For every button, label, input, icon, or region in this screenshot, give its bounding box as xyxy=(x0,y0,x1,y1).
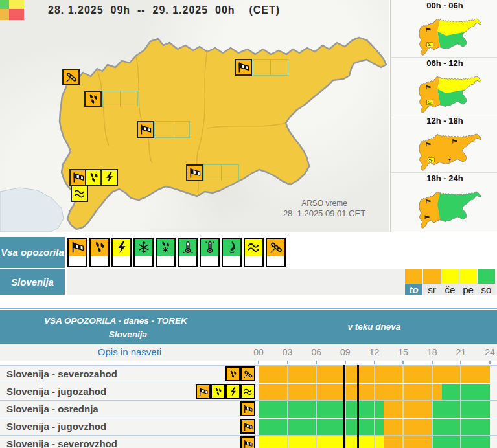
empty-warning-placeholder xyxy=(253,59,271,76)
time-panel-06h-12h[interactable]: 06h - 12h xyxy=(391,58,497,115)
wind-warning-icon xyxy=(240,436,255,448)
table-header: VSA OPOZORILA - danes - TOREK Slovenija … xyxy=(0,310,497,344)
region-timeline xyxy=(259,366,490,383)
timeline-gridline xyxy=(287,401,288,418)
avalanche-warning-map-icon[interactable] xyxy=(62,69,80,85)
region-row-label[interactable]: Slovenija - severozahod xyxy=(6,366,117,383)
heat-icon xyxy=(201,239,218,256)
time-panel-label: 18h - 24h xyxy=(391,173,497,184)
rain-warning-map-icon[interactable] xyxy=(84,91,102,107)
day-severity-swatch xyxy=(423,269,441,284)
time-axis-label: 09 xyxy=(340,344,351,361)
region-row-label[interactable]: Slovenija - severovzhod xyxy=(6,436,117,448)
time-axis-tick xyxy=(287,361,288,364)
region-row-icons xyxy=(240,436,255,448)
region-row: Slovenija - jugozahod xyxy=(0,383,497,400)
time-axis-tick xyxy=(432,361,433,364)
legend-green-cell xyxy=(0,0,9,9)
day-tab-so[interactable]: so xyxy=(478,269,495,295)
region-row-icons xyxy=(240,419,255,434)
timeline-gridline xyxy=(374,436,375,448)
table-top-border xyxy=(0,308,497,309)
warning-filter-rain[interactable] xyxy=(89,238,110,267)
region-row-label[interactable]: Slovenija - jugovzhod xyxy=(6,418,106,435)
region-row: Slovenija - osrednja xyxy=(0,400,497,418)
timeline-gridline xyxy=(402,401,404,418)
time-axis-label: 00 xyxy=(253,344,264,361)
cold-icon xyxy=(179,239,196,256)
warning-filter-snow[interactable] xyxy=(133,238,154,267)
timeline-gridline xyxy=(287,366,288,383)
wind-warning-icon xyxy=(240,401,255,416)
description-header-row: Opis in nasveti 000306091215182124 xyxy=(0,344,497,361)
slovenia-label-box: Slovenija xyxy=(0,269,65,295)
warning-filter-cold[interactable] xyxy=(178,238,198,267)
waves-icon xyxy=(245,239,262,256)
day-tab-label: to xyxy=(405,284,422,295)
region-row-label[interactable]: Slovenija - jugozahod xyxy=(6,383,106,400)
timeline-gridline xyxy=(432,436,433,448)
region-row: Slovenija - jugovzhod xyxy=(0,418,497,435)
mini-slovenia-map xyxy=(406,127,483,171)
warning-filter-avalanche[interactable] xyxy=(266,238,286,267)
rain-warning-map-icon[interactable] xyxy=(85,169,102,186)
warning-filter-storm[interactable] xyxy=(111,238,132,267)
legend-orange-cell xyxy=(0,9,9,20)
timeline-gridline xyxy=(432,401,433,418)
timeline-gridline xyxy=(316,401,317,418)
time-axis-tick xyxy=(258,361,259,364)
legend-red-cell xyxy=(9,9,24,20)
wind-warning-map-icon[interactable] xyxy=(235,59,252,76)
avalanche-icon xyxy=(267,239,284,256)
snow-icon xyxy=(135,239,152,256)
warning-filter-fire[interactable] xyxy=(222,238,242,267)
warning-filter-wind[interactable] xyxy=(67,238,87,267)
time-axis-label: 24 xyxy=(485,344,495,361)
timeline-gridline xyxy=(287,436,288,448)
time-axis-label: 21 xyxy=(456,344,467,361)
wind-warning-map-icon[interactable] xyxy=(69,169,87,186)
rain-icon xyxy=(91,239,108,256)
region-timeline xyxy=(259,419,490,435)
timeline-gridline xyxy=(402,366,404,383)
day-tab-če[interactable]: če xyxy=(441,269,459,295)
timeline-segment-orange xyxy=(384,419,432,435)
day-severity-swatch xyxy=(478,269,495,284)
timeline-gridline xyxy=(374,366,375,383)
region-row-icons xyxy=(225,366,255,381)
warning-type-filter-strip xyxy=(67,238,286,267)
warning-filter-waves[interactable] xyxy=(244,238,264,267)
wind-warning-map-icon[interactable] xyxy=(186,164,203,181)
fire-icon xyxy=(223,239,240,256)
region-row-label[interactable]: Slovenija - osrednja xyxy=(6,401,98,418)
severity-corner-legend xyxy=(0,0,24,20)
day-tab-sr[interactable]: sr xyxy=(423,269,441,295)
day-tab-to[interactable]: to xyxy=(405,269,422,295)
time-axis-label: 12 xyxy=(369,344,380,361)
time-panel-00h-06h[interactable]: 00h - 06h xyxy=(391,0,497,58)
day-tab-pe[interactable]: pe xyxy=(459,269,477,295)
timeline-gridline xyxy=(374,401,375,418)
storm-warning-map-icon[interactable] xyxy=(100,169,118,186)
mini-slovenia-map xyxy=(406,12,483,56)
time-axis-ticks xyxy=(0,361,497,365)
timeline-segment-yellow xyxy=(259,436,384,448)
timeline-segment-orange xyxy=(384,401,432,418)
warning-filter-heat[interactable] xyxy=(200,238,220,267)
time-panel-18h-24h[interactable]: 18h - 24h xyxy=(391,173,497,230)
rain-warning-icon xyxy=(225,366,240,381)
day-severity-swatch xyxy=(405,269,422,284)
region-filter-strip: to sr če pe so xyxy=(67,269,497,295)
time-panel-12h-18h[interactable]: 12h - 18h xyxy=(391,115,497,173)
timeline-gridline xyxy=(432,366,433,383)
timeline-gridline xyxy=(287,419,288,435)
wind-warning-map-icon[interactable] xyxy=(137,121,154,138)
day-tab-label: so xyxy=(478,284,495,295)
warnings-table: VSA OPOZORILA - danes - TOREK Slovenija … xyxy=(0,308,497,448)
timeline-gridline xyxy=(374,384,375,400)
day-severity-swatch xyxy=(441,269,459,284)
waves-warning-map-icon[interactable] xyxy=(71,185,88,202)
time-axis-label: 15 xyxy=(398,344,408,361)
mini-slovenia-map xyxy=(406,69,483,113)
warning-filter-sleet[interactable] xyxy=(156,238,176,267)
